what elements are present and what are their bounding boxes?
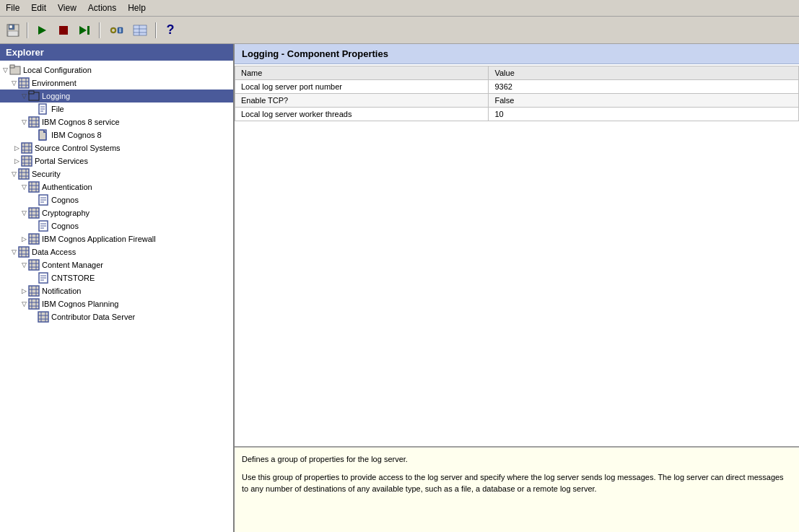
properties-table: Name Value Local log server port number … [235, 66, 799, 121]
table-row[interactable]: Enable TCP? False [235, 94, 799, 108]
tree-item-environment[interactable]: ▽ Environment [0, 77, 233, 90]
file-icon [38, 103, 49, 115]
tree-item-portal-services[interactable]: ▷ Portal Services [0, 154, 233, 167]
play-button[interactable] [32, 21, 52, 40]
expand-environment[interactable]: ▽ [10, 79, 17, 87]
col-name-header: Name [235, 66, 489, 80]
menu-file[interactable]: File [0, 1, 25, 14]
contributor-data-server-icon [38, 311, 49, 323]
tree-item-local-config[interactable]: ▽ Local Configuration [0, 64, 233, 77]
svg-point-9 [112, 29, 115, 32]
tree-item-source-control[interactable]: ▷ Source Control Systems [0, 141, 233, 154]
expand-ibm-firewall[interactable]: ▷ [20, 235, 27, 243]
svg-marker-6 [79, 26, 87, 35]
expand-portal-services[interactable]: ▷ [13, 157, 20, 165]
ibm-cognos-planning-icon [28, 298, 40, 310]
svg-rect-26 [29, 91, 34, 94]
expand-authentication[interactable]: ▽ [20, 183, 27, 191]
portal-services-label: Portal Services [35, 157, 88, 165]
logging-icon [28, 90, 40, 102]
svg-rect-82 [29, 260, 39, 270]
tree-item-ibm-cognos-8-service[interactable]: ▽ IBM Cognos 8 service [0, 115, 233, 128]
notification-label: Notification [42, 287, 81, 295]
source-control-icon [21, 142, 32, 154]
stop-button[interactable] [53, 21, 74, 40]
expand-ibm-cognos-8-service[interactable]: ▽ [20, 118, 27, 126]
expand-local-config[interactable]: ▽ [1, 66, 9, 74]
play-icon [36, 25, 48, 36]
tree-item-authentication[interactable]: ▽ Authentication [0, 180, 233, 193]
tree-item-logging[interactable]: ▽ Logging [0, 90, 233, 103]
expand-ibm-cognos-planning[interactable]: ▽ [20, 300, 27, 308]
tree-item-notification[interactable]: ▷ Notification [0, 284, 233, 297]
tree-item-cognos-auth[interactable]: Cognos [0, 193, 233, 206]
svg-rect-44 [22, 156, 32, 166]
properties-title: Logging - Component Properties [235, 44, 799, 64]
source-control-label: Source Control Systems [35, 144, 121, 152]
gear-icon [108, 23, 123, 38]
svg-rect-31 [29, 117, 39, 127]
tree-item-data-access[interactable]: ▽ Data Access [0, 245, 233, 258]
expand-security[interactable]: ▽ [10, 170, 17, 178]
svg-rect-101 [38, 312, 48, 322]
authentication-label: Authentication [42, 183, 92, 191]
expand-source-control[interactable]: ▷ [13, 144, 20, 152]
table-row[interactable]: Local log server port number 9362 [235, 80, 799, 94]
cryptography-icon [28, 207, 40, 219]
right-panel: Logging - Component Properties Name Valu… [235, 44, 799, 532]
svg-rect-91 [29, 286, 39, 296]
gear-button[interactable] [104, 21, 127, 40]
svg-rect-49 [19, 169, 29, 179]
expand-content-manager[interactable]: ▽ [20, 261, 27, 269]
expand-data-access[interactable]: ▽ [10, 248, 17, 256]
help-button[interactable]: ? [160, 21, 180, 40]
cryptography-label: Cryptography [42, 209, 89, 217]
cntstore-icon [38, 272, 49, 284]
svg-rect-39 [22, 143, 32, 153]
save-button[interactable] [3, 21, 23, 40]
tree-item-ibm-cognos-planning[interactable]: ▽ IBM Cognos Planning [0, 297, 233, 310]
menu-view[interactable]: View [52, 1, 82, 14]
tree-item-contributor-data-server[interactable]: Contributor Data Server [0, 310, 233, 323]
svg-rect-54 [29, 182, 39, 192]
ibm-cognos-8-service-label: IBM Cognos 8 service [42, 118, 120, 126]
ibm-firewall-label: IBM Cognos Application Firewall [42, 235, 156, 243]
cognos-auth-label: Cognos [51, 196, 79, 204]
tree-item-file[interactable]: File [0, 103, 233, 115]
cognos-crypto-icon [38, 220, 49, 232]
menubar: File Edit View Actions Help [0, 0, 799, 17]
tree-item-ibm-cognos-8[interactable]: IBM Cognos 8 [0, 128, 233, 141]
tree-item-cognos-crypto[interactable]: Cognos [0, 219, 233, 232]
table-row[interactable]: Local log server worker threads 10 [235, 108, 799, 121]
menu-edit[interactable]: Edit [25, 1, 52, 14]
prop-name-1: Enable TCP? [235, 94, 489, 108]
toolbar: ? [0, 17, 799, 44]
list-button[interactable] [128, 21, 152, 40]
expand-cryptography[interactable]: ▽ [20, 209, 27, 217]
svg-rect-5 [59, 26, 68, 35]
tree-item-security[interactable]: ▽ Security [0, 167, 233, 180]
prop-name-0: Local log server port number [235, 80, 489, 94]
tree-item-content-manager[interactable]: ▽ Content Manager [0, 258, 233, 271]
tree-item-cntstore[interactable]: CNTSTORE [0, 271, 233, 284]
authentication-icon [28, 181, 40, 193]
ibm-cognos-8-service-icon [28, 116, 40, 128]
expand-notification[interactable]: ▷ [20, 287, 27, 295]
description-area: Defines a group of properties for the lo… [235, 446, 799, 532]
tree-item-ibm-firewall[interactable]: ▷ IBM Cognos Application Firewall [0, 232, 233, 245]
next-button[interactable] [75, 21, 95, 40]
menu-actions[interactable]: Actions [82, 1, 122, 14]
tree-item-cryptography[interactable]: ▽ Cryptography [0, 206, 233, 219]
svg-rect-3 [8, 31, 18, 36]
content-manager-label: Content Manager [42, 261, 103, 269]
notification-icon [28, 285, 40, 297]
prop-name-2: Local log server worker threads [235, 108, 489, 121]
svg-rect-77 [19, 247, 29, 257]
prop-value-2: 10 [489, 108, 799, 121]
svg-rect-96 [29, 299, 39, 309]
expand-logging[interactable]: ▽ [20, 92, 27, 100]
cognos-auth-icon [38, 194, 49, 206]
menu-help[interactable]: Help [122, 1, 152, 14]
security-icon [18, 168, 30, 180]
svg-rect-19 [10, 65, 14, 68]
